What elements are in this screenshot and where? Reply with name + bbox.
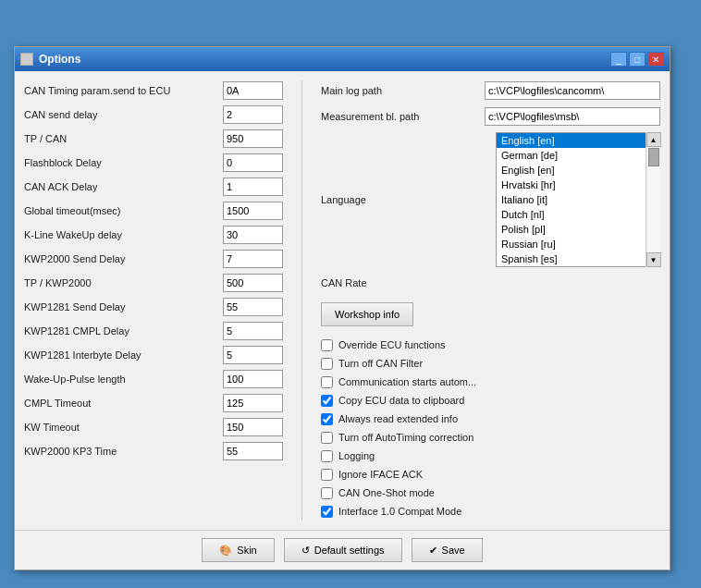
override-ecu-label: Override ECU functions	[338, 339, 446, 350]
field-input-1[interactable]	[223, 105, 283, 124]
scrollbar-thumb[interactable]	[648, 148, 659, 166]
field-row-13: CMPL Timeout	[24, 393, 283, 413]
turn-off-can-filter-row: Turn off CAN Filter	[321, 354, 660, 373]
save-button[interactable]: ✔ Save	[412, 538, 483, 562]
ignore-iface-checkbox[interactable]	[321, 469, 333, 481]
comm-starts-row: Communication starts autom...	[321, 373, 660, 391]
field-input-9[interactable]	[223, 298, 283, 316]
logging-label: Logging	[338, 450, 375, 461]
turn-off-autotiming-label: Turn off AutoTiming correction	[338, 432, 473, 443]
logging-checkbox[interactable]	[321, 450, 333, 462]
close-button[interactable]: ✕	[647, 52, 664, 67]
title-buttons: _ □ ✕	[610, 52, 664, 67]
main-log-path-row: Main log path	[321, 80, 660, 101]
skin-icon: 🎨	[219, 545, 232, 557]
interface-compat-row: Interface 1.0 Compat Mode	[321, 502, 660, 521]
field-input-6[interactable]	[223, 226, 283, 244]
field-label-15: KWP2000 KP3 Time	[24, 446, 117, 457]
lang-option-hrvatski-hr[interactable]: Hrvatski [hr]	[497, 178, 659, 192]
field-row-12: Wake-Up-Pulse length	[24, 369, 283, 389]
turn-off-can-filter-label: Turn off CAN Filter	[338, 358, 423, 369]
field-input-3[interactable]	[223, 153, 283, 172]
field-input-4[interactable]	[223, 178, 283, 196]
field-label-1: CAN send delay	[24, 109, 98, 120]
field-row-6: K-Line WakeUp delay	[24, 225, 283, 245]
lang-option-dutch-nl[interactable]: Dutch [nl]	[497, 207, 659, 222]
save-label: Save	[442, 545, 465, 556]
field-row-14: KW Timeout	[24, 417, 283, 437]
override-ecu-checkbox[interactable]	[321, 339, 333, 351]
field-row-1: CAN send delay	[24, 104, 283, 125]
field-input-15[interactable]	[223, 442, 283, 460]
field-input-0[interactable]	[223, 81, 283, 100]
can-one-shot-checkbox[interactable]	[321, 487, 333, 499]
field-input-7[interactable]	[223, 250, 283, 268]
lang-option-spanish-es[interactable]: Spanish [es]	[497, 251, 659, 266]
comm-starts-checkbox[interactable]	[321, 376, 333, 388]
always-read-checkbox[interactable]	[321, 413, 333, 425]
save-icon: ✔	[429, 545, 437, 557]
field-label-5: Global timeout(msec)	[24, 205, 121, 216]
default-settings-icon: ↺	[301, 545, 310, 557]
field-row-8: TP / KWP2000	[24, 273, 283, 293]
turn-off-can-filter-checkbox[interactable]	[321, 358, 333, 370]
lang-option-polish-pl[interactable]: Polish [pl]	[497, 222, 659, 237]
field-input-10[interactable]	[223, 322, 283, 340]
field-input-2[interactable]	[223, 129, 283, 148]
interface-compat-checkbox[interactable]	[321, 506, 333, 518]
field-row-2: TP / CAN	[24, 129, 283, 149]
scrollbar-down-btn[interactable]: ▼	[646, 252, 661, 267]
lang-option-english-en[interactable]: English [en]	[497, 133, 659, 148]
ignore-iface-label: Ignore IFACE ACK	[338, 469, 423, 480]
lang-option-russian-ru[interactable]: Russian [ru]	[497, 237, 659, 251]
field-input-12[interactable]	[223, 370, 283, 388]
override-ecu-row: Override ECU functions	[321, 336, 660, 354]
field-row-4: CAN ACK Delay	[24, 177, 283, 197]
field-label-9: KWP1281 Send Delay	[24, 301, 125, 312]
always-read-label: Always read extended info	[338, 413, 458, 424]
field-row-5: Global timeout(msec)	[24, 201, 283, 221]
field-label-8: TP / KWP2000	[24, 277, 92, 288]
field-label-11: KWP1281 Interbyte Delay	[24, 349, 141, 361]
field-label-10: KWP1281 CMPL Delay	[24, 325, 129, 337]
default-settings-label: Default settings	[314, 545, 385, 556]
left-panel: CAN Timing param.send to ECUCAN send del…	[24, 80, 283, 521]
default-settings-button[interactable]: ↺ Default settings	[284, 538, 402, 562]
field-row-7: KWP2000 Send Delay	[24, 249, 283, 269]
bottom-bar: 🎨 Skin ↺ Default settings ✔ Save	[15, 530, 670, 570]
field-input-14[interactable]	[223, 418, 283, 436]
field-input-5[interactable]	[223, 202, 283, 220]
can-rate-label: CAN Rate	[321, 277, 432, 288]
title-bar-left: Options	[20, 53, 80, 66]
turn-off-autotiming-checkbox[interactable]	[321, 432, 333, 444]
workshop-btn-row: Workshop info	[321, 302, 660, 326]
window-icon	[20, 53, 33, 66]
field-row-11: KWP1281 Interbyte Delay	[24, 345, 283, 365]
maximize-button[interactable]: □	[629, 52, 646, 67]
field-row-0: CAN Timing param.send to ECU	[24, 80, 283, 101]
field-input-13[interactable]	[223, 394, 283, 412]
main-log-path-label: Main log path	[321, 85, 432, 96]
scrollbar-up-btn[interactable]: ▲	[646, 132, 661, 147]
right-panel: Main log path Measurement bl. path Langu…	[321, 80, 660, 521]
field-label-2: TP / CAN	[24, 133, 67, 144]
field-input-11[interactable]	[223, 346, 283, 364]
can-rate-row: CAN Rate	[321, 273, 660, 293]
copy-ecu-checkbox[interactable]	[321, 395, 333, 407]
vertical-divider	[301, 80, 302, 521]
lang-option-english-en2[interactable]: English [en]	[497, 163, 659, 178]
language-list-container: English [en] German [de] English [en] Hr…	[496, 132, 660, 267]
lang-option-italiano-it[interactable]: Italiano [it]	[497, 192, 659, 207]
field-label-12: Wake-Up-Pulse length	[24, 374, 126, 385]
skin-button[interactable]: 🎨 Skin	[202, 538, 274, 562]
measurement-path-input[interactable]	[485, 107, 660, 126]
turn-off-autotiming-row: Turn off AutoTiming correction	[321, 428, 660, 447]
minimize-button[interactable]: _	[610, 52, 627, 67]
workshop-info-button[interactable]: Workshop info	[321, 302, 413, 326]
checkboxes-section: Override ECU functions Turn off CAN Filt…	[321, 336, 660, 521]
window-title: Options	[39, 53, 80, 66]
field-input-8[interactable]	[223, 274, 283, 292]
lang-option-german-de[interactable]: German [de]	[497, 148, 659, 163]
main-log-path-input[interactable]	[485, 81, 660, 100]
field-row-9: KWP1281 Send Delay	[24, 297, 283, 317]
